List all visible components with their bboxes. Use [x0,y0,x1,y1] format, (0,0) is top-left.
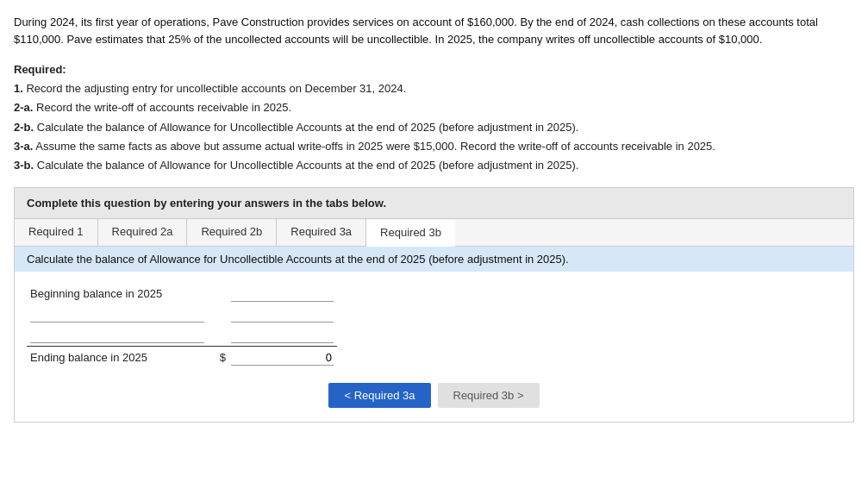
ending-balance-label: Ending balance in 2025 [27,346,209,367]
tab-description: Calculate the balance of Allowance for U… [15,247,853,272]
tab-content: Calculate the balance of Allowance for U… [15,247,853,422]
instruction-text: Complete this question by entering your … [27,197,386,210]
balance-table: Beginning balance in 2025 [27,284,337,367]
intro-paragraph: During 2024, its first year of operation… [14,14,854,48]
tabs-row: Required 1 Required 2a Required 2b Requi… [15,219,853,247]
req3b-text: Calculate the balance of Allowance for U… [37,159,579,172]
next-button[interactable]: Required 3b > [438,383,540,408]
req2a-label: 2-a. [14,101,33,114]
beginning-balance-input[interactable] [231,286,334,302]
req2a-text: Record the write-off of accounts receiva… [36,101,291,114]
required-heading: Required: [14,63,66,76]
instruction-box: Complete this question by entering your … [14,187,854,219]
ending-balance-cell [228,346,337,367]
req3a-label: 3-a. [14,140,33,153]
adjustment-label-input-1[interactable] [30,307,204,323]
req1-label: 1. [14,82,23,95]
req2b-text: Calculate the balance of Allowance for U… [37,121,579,134]
beginning-balance-cell [228,284,337,304]
ending-balance-input[interactable] [231,350,334,366]
req3a-text: Assume the same facts as above but assum… [35,140,715,153]
beginning-balance-label: Beginning balance in 2025 [27,284,209,304]
adjustment-value-input-1[interactable] [231,307,334,323]
beginning-balance-row: Beginning balance in 2025 [27,284,337,304]
tab-required3a[interactable]: Required 3a [277,219,366,246]
ending-symbol: $ [209,346,228,367]
tab-required1[interactable]: Required 1 [15,219,98,246]
required-section: Required: 1. Record the adjusting entry … [14,60,854,175]
adjustment-value-input-2[interactable] [231,328,334,343]
tab-required2b[interactable]: Required 2b [187,219,277,246]
adjustment-row-2 [27,325,337,347]
tabs-container: Required 1 Required 2a Required 2b Requi… [14,219,854,423]
prev-button[interactable]: < Required 3a [328,383,430,408]
tab-required3b[interactable]: Required 3b [366,220,455,247]
beginning-symbol [209,284,228,304]
tab-required2a[interactable]: Required 2a [98,219,188,246]
req2b-label: 2-b. [14,121,34,134]
ending-balance-row: Ending balance in 2025 $ [27,346,337,367]
adjustment-row-1 [27,304,337,325]
adjustment-label-input-2[interactable] [30,328,204,343]
req1-text: Record the adjusting entry for uncollect… [26,82,406,95]
nav-buttons: < Required 3a Required 3b > [27,383,841,408]
req3b-label: 3-b. [14,159,34,172]
